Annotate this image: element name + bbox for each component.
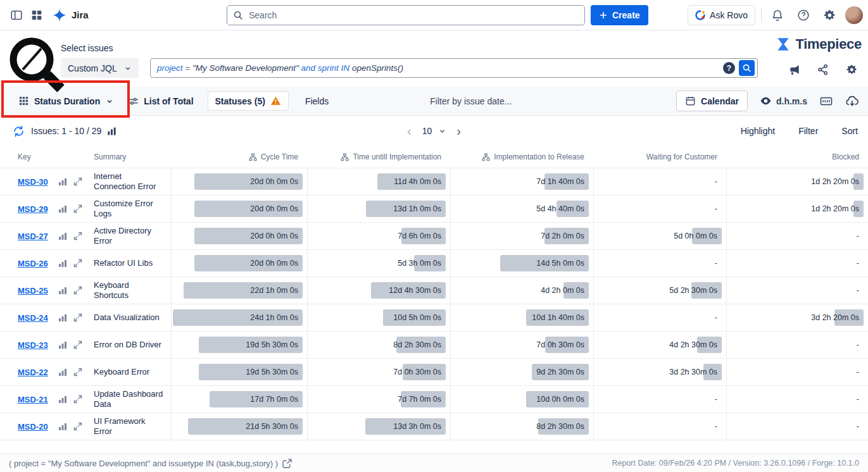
next-page-button[interactable]: › <box>456 125 461 137</box>
row-expand-icon[interactable] <box>73 259 82 268</box>
user-avatar[interactable] <box>845 6 863 24</box>
duration-cell-cycle: 20d 0h 0m 0s <box>171 168 307 195</box>
row-expand-icon[interactable] <box>73 286 82 295</box>
row-chart-icon[interactable] <box>58 286 67 295</box>
create-button[interactable]: Create <box>591 5 648 25</box>
jql-help-button[interactable]: ? <box>723 62 735 74</box>
issue-key-link[interactable]: MSD-25 <box>18 286 48 295</box>
list-of-total-button[interactable]: List of Total <box>129 96 193 106</box>
issue-key-link[interactable]: MSD-30 <box>18 177 48 187</box>
magnifier-graphic <box>3 33 68 94</box>
digital-display-icon[interactable] <box>819 95 833 108</box>
issue-key-link[interactable]: MSD-26 <box>18 259 48 268</box>
issue-key-cell: MSD-27 <box>0 223 58 249</box>
highlight-button[interactable]: Highlight <box>741 126 775 136</box>
summary-cell: Keyboard Shortcuts <box>94 277 171 304</box>
issue-key-link[interactable]: MSD-20 <box>18 422 48 432</box>
issue-key-cell: MSD-25 <box>0 277 58 304</box>
share-icon[interactable] <box>817 63 829 76</box>
jql-token: and sprint IN <box>299 63 352 73</box>
jql-mode-select[interactable]: Custom JQL <box>61 58 139 78</box>
duration-cell-wfc: 4d 2h 30m 0s <box>593 332 726 358</box>
external-link-icon[interactable] <box>282 459 292 468</box>
duration-cell-itr: 10d 1h 40m 0s <box>450 304 593 331</box>
sort-button[interactable]: Sort <box>841 126 858 136</box>
row-expand-icon[interactable] <box>73 313 82 322</box>
row-expand-icon[interactable] <box>73 232 82 240</box>
summary-cell: Error on DB Driver <box>94 332 171 358</box>
row-actions <box>58 332 94 358</box>
issue-key-link[interactable]: MSD-29 <box>18 204 48 214</box>
chart-view-icon[interactable] <box>107 127 116 136</box>
row-expand-icon[interactable] <box>73 395 82 404</box>
settings-gear-icon[interactable] <box>819 5 840 25</box>
duration-format-toggle[interactable]: d.h.m.s <box>760 95 807 107</box>
refresh-icon[interactable] <box>13 125 25 137</box>
timepiece-hourglass-icon <box>775 36 791 53</box>
app-settings-gear-icon[interactable] <box>845 63 858 76</box>
row-expand-icon[interactable] <box>73 340 82 349</box>
export-cloud-download-icon[interactable] <box>845 95 859 108</box>
statuses-button[interactable]: Statuses (5) <box>208 91 289 111</box>
column-header-key[interactable]: Key <box>0 152 58 161</box>
report-type-select[interactable]: Status Duration <box>19 96 113 106</box>
issue-key-link[interactable]: MSD-22 <box>18 368 48 377</box>
row-actions <box>58 168 94 195</box>
prev-page-button[interactable]: ‹ <box>407 125 412 137</box>
issue-key-cell: MSD-20 <box>0 413 58 440</box>
summary-cell: Refactor UI Libs <box>94 250 171 276</box>
table-row: MSD-20 UI Framework Error 21d 5h 30m 0s … <box>0 413 868 440</box>
row-chart-icon[interactable] <box>58 368 67 376</box>
pagination: ‹ 10 › <box>407 125 461 137</box>
column-header-time-untill-implementation[interactable]: Time untill Implementation <box>307 152 450 161</box>
chevron-down-icon <box>106 97 113 105</box>
row-chart-icon[interactable] <box>58 395 67 404</box>
issue-key-link[interactable]: MSD-21 <box>18 395 48 404</box>
row-chart-icon[interactable] <box>58 232 67 240</box>
app-switcher-icon[interactable] <box>27 5 47 25</box>
page-size-select[interactable]: 10 <box>422 126 446 136</box>
table-row: MSD-23 Error on DB Driver 19d 5h 30m 0s … <box>0 331 868 358</box>
search-input[interactable] <box>227 5 585 25</box>
row-chart-icon[interactable] <box>58 340 67 349</box>
jira-home-link[interactable]: Jira <box>52 8 89 23</box>
column-header-cycle-time[interactable]: Cycle Time <box>171 152 307 161</box>
notifications-bell-icon[interactable] <box>767 5 788 25</box>
fields-button[interactable]: Fields <box>305 96 329 106</box>
timepiece-brand: Timepiece <box>775 36 862 53</box>
help-icon[interactable] <box>793 5 814 25</box>
ask-rovo-button[interactable]: Ask Rovo <box>688 5 755 25</box>
duration-cell-blocked: - <box>726 332 868 358</box>
calendar-button[interactable]: Calendar <box>676 90 748 111</box>
column-header-implementation-to-release[interactable]: Implementation to Release <box>450 152 593 161</box>
row-actions <box>58 359 94 385</box>
duration-cell-cycle: 17d 7h 0m 0s <box>171 386 307 413</box>
row-chart-icon[interactable] <box>58 259 67 268</box>
row-chart-icon[interactable] <box>58 422 67 431</box>
row-expand-icon[interactable] <box>73 368 82 376</box>
issue-key-link[interactable]: MSD-24 <box>18 313 48 323</box>
duration-cell-blocked: 3d 2h 20m 0s <box>726 304 868 331</box>
row-chart-icon[interactable] <box>58 177 67 186</box>
chevron-down-icon <box>124 65 132 72</box>
column-header-summary[interactable]: Summary <box>94 152 171 161</box>
announcement-megaphone-icon[interactable] <box>788 63 801 76</box>
jql-search-button[interactable] <box>739 60 755 76</box>
jql-input[interactable]: project = "My Software Development" and … <box>150 58 758 78</box>
row-expand-icon[interactable] <box>73 422 82 431</box>
row-actions <box>58 386 94 413</box>
issue-key-link[interactable]: MSD-27 <box>18 232 48 241</box>
duration-cell-itr: 7d 0h 30m 0s <box>450 332 593 358</box>
column-header-waiting-for-customer[interactable]: Waiting for Customer <box>593 152 726 161</box>
duration-cell-tui: 7d 7h 0m 0s <box>307 386 450 413</box>
column-header-blocked[interactable]: Blocked <box>726 152 868 161</box>
row-chart-icon[interactable] <box>58 313 67 322</box>
issue-key-link[interactable]: MSD-23 <box>18 340 48 350</box>
row-chart-icon[interactable] <box>58 204 67 213</box>
row-expand-icon[interactable] <box>73 204 82 213</box>
issue-date-filter[interactable]: Filter by issue date... <box>430 96 512 106</box>
jql-token: openSprints() <box>352 63 403 73</box>
filter-button[interactable]: Filter <box>798 126 818 136</box>
sidebar-toggle-icon[interactable] <box>6 5 27 25</box>
row-expand-icon[interactable] <box>73 177 82 186</box>
